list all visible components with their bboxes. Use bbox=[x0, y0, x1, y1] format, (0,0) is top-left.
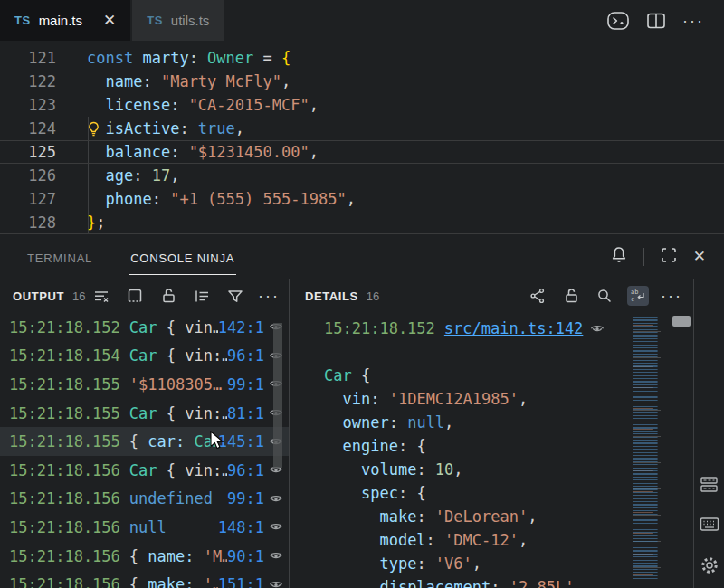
log-levels-icon[interactable] bbox=[700, 476, 719, 497]
code-token: const bbox=[87, 49, 133, 67]
output-log-row[interactable]: 15:21:18.155{ car: Ca…145:1 bbox=[0, 427, 289, 456]
output-log-row[interactable]: 15:21:18.152Car { vin…142:1 bbox=[0, 313, 289, 342]
source-link[interactable]: src/main.ts:142 bbox=[444, 317, 584, 340]
code-token: : bbox=[416, 555, 434, 573]
more-actions-icon[interactable]: ··· bbox=[682, 16, 704, 25]
code-text: phone: "+1 (555) 555-1985", bbox=[56, 187, 356, 211]
word-wrap-toggle-icon[interactable]: ab c bbox=[627, 286, 649, 306]
output-log-row[interactable]: 15:21:18.156undefined99:1 bbox=[0, 485, 289, 514]
code-token bbox=[324, 437, 342, 455]
code-text: name: "Marty McFly", bbox=[56, 70, 291, 93]
code-text: license: "CA-2015-MCF", bbox=[56, 93, 319, 117]
code-line[interactable]: 128}; bbox=[0, 211, 724, 234]
more-actions-icon[interactable]: ··· bbox=[258, 286, 280, 306]
output-log-row[interactable]: 15:21:18.154Car { vin:…96:1 bbox=[0, 342, 289, 371]
line-number: 124 bbox=[0, 117, 56, 140]
close-panel-icon[interactable]: ✕ bbox=[693, 247, 706, 266]
tab-terminal[interactable]: TERMINAL bbox=[25, 239, 94, 274]
code-token bbox=[87, 190, 105, 208]
collapse-all-icon[interactable] bbox=[191, 286, 213, 306]
gear-icon[interactable] bbox=[700, 555, 719, 579]
eye-icon[interactable] bbox=[264, 520, 283, 534]
code-line[interactable]: 125 balance: "$1231450.00", bbox=[0, 140, 724, 164]
code-token: ; bbox=[96, 213, 105, 232]
tab-console-ninja[interactable]: CONSOLE NINJA bbox=[129, 239, 236, 275]
more-actions-icon[interactable]: ··· bbox=[661, 286, 682, 306]
details-count-badge: 16 bbox=[367, 289, 379, 303]
unlock-icon[interactable] bbox=[560, 286, 582, 306]
output-log-row[interactable]: 15:21:18.155Car { vin:…81:1 bbox=[0, 399, 289, 428]
log-message: Car { vin:… bbox=[129, 404, 227, 422]
code-token: : bbox=[416, 460, 434, 479]
typescript-file-icon: TS bbox=[147, 14, 163, 27]
details-scrollbar[interactable] bbox=[672, 316, 691, 327]
details-code-line: engine: { bbox=[324, 434, 634, 458]
line-number: 123 bbox=[0, 93, 56, 117]
code-line[interactable]: 123 license: "CA-2015-MCF", bbox=[0, 93, 724, 117]
code-token: volume bbox=[361, 460, 416, 479]
eye-icon[interactable] bbox=[264, 549, 283, 563]
bell-icon[interactable] bbox=[610, 245, 628, 269]
code-line[interactable]: 124 isActive: true, bbox=[0, 117, 724, 140]
code-token bbox=[324, 555, 379, 573]
filter-icon[interactable] bbox=[224, 286, 246, 306]
svg-text:ab: ab bbox=[631, 289, 638, 296]
code-token: , bbox=[453, 460, 462, 479]
output-log-row[interactable]: 15:21:18.156null148:1 bbox=[0, 513, 289, 542]
clear-output-icon[interactable] bbox=[90, 286, 112, 306]
panel-tab-bar: TERMINAL CONSOLE NINJA bbox=[0, 234, 724, 279]
output-log-row[interactable]: 15:21:18.156{ make: '…151:1 bbox=[0, 570, 289, 588]
code-token: true bbox=[198, 119, 235, 138]
code-token: , bbox=[310, 143, 319, 161]
code-token: , bbox=[170, 166, 179, 185]
details-code-line: volume: 10, bbox=[324, 458, 634, 481]
tab-utils-ts[interactable]: TS utils.ts bbox=[132, 0, 224, 41]
code-token: balance bbox=[105, 143, 170, 161]
close-tab-icon[interactable]: ✕ bbox=[103, 11, 116, 30]
log-message: null bbox=[129, 518, 218, 536]
word-wrap-box-icon[interactable] bbox=[124, 286, 146, 306]
split-editor-icon[interactable] bbox=[646, 12, 666, 30]
line-number: 126 bbox=[0, 164, 56, 187]
output-log-row[interactable]: 15:21:18.155'$1108305…99:1 bbox=[0, 370, 289, 399]
console-ninja-toggle-icon[interactable] bbox=[606, 10, 630, 32]
maximize-panel-icon[interactable] bbox=[660, 246, 678, 268]
code-token: { vin:… bbox=[167, 404, 227, 422]
search-icon[interactable] bbox=[594, 286, 615, 306]
log-message: { name: 'M… bbox=[129, 547, 227, 565]
log-timestamp: 15:21:18.155 bbox=[9, 375, 120, 394]
log-message: { make: '… bbox=[129, 575, 218, 588]
code-line[interactable]: 126 age: 17, bbox=[0, 164, 724, 187]
eye-icon[interactable] bbox=[264, 578, 283, 588]
output-log-row[interactable]: 15:21:18.156{ name: 'M…90:1 bbox=[0, 542, 289, 571]
code-line[interactable]: 122 name: "Marty McFly", bbox=[0, 70, 724, 93]
code-editor[interactable]: 121const marty: Owner = {122 name: "Mart… bbox=[0, 41, 724, 233]
eye-icon[interactable] bbox=[590, 322, 605, 336]
code-text: balance: "$1231450.00", bbox=[56, 141, 319, 163]
code-token: { bbox=[129, 575, 148, 588]
log-line-col: 148:1 bbox=[218, 518, 264, 536]
code-text: }; bbox=[56, 211, 106, 234]
output-scrollbar[interactable] bbox=[273, 323, 282, 468]
tab-main-ts[interactable]: TS main.ts ✕ bbox=[0, 0, 130, 41]
eye-icon[interactable] bbox=[264, 492, 283, 506]
keyboard-icon[interactable] bbox=[700, 517, 719, 536]
panel-actions: ✕ bbox=[610, 234, 706, 279]
unlock-icon[interactable] bbox=[157, 286, 179, 306]
log-timestamp: 15:21:18.156 bbox=[9, 575, 120, 588]
code-line[interactable]: 127 phone: "+1 (555) 555-1985", bbox=[0, 187, 724, 211]
details-toolbar: ab c ··· bbox=[527, 286, 684, 306]
code-token: spec bbox=[361, 484, 398, 502]
share-icon[interactable] bbox=[527, 286, 548, 306]
code-line[interactable]: 121const marty: Owner = { bbox=[0, 46, 724, 70]
line-number: 121 bbox=[0, 46, 56, 70]
code-token bbox=[324, 413, 342, 432]
log-timestamp: 15:21:18.156 bbox=[9, 547, 120, 565]
code-token: Owner bbox=[207, 49, 253, 67]
details-code-line: model: 'DMC-12', bbox=[324, 528, 634, 552]
log-line-col: 96:1 bbox=[227, 461, 264, 479]
tab-label: utils.ts bbox=[171, 13, 210, 28]
output-log-row[interactable]: 15:21:18.156Car { vin:…96:1 bbox=[0, 456, 289, 485]
code-token: null bbox=[407, 413, 444, 432]
code-token: : bbox=[152, 190, 170, 208]
